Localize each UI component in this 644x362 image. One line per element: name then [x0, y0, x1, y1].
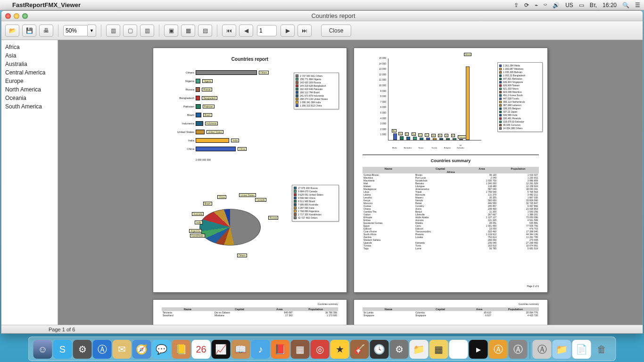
app-icon[interactable]: Ⓐ [489, 340, 508, 359]
activity-icon[interactable]: 📈 [212, 340, 231, 359]
lang-indicator[interactable]: US [565, 2, 573, 8]
trash-icon[interactable]: 🗑 [592, 340, 611, 359]
layout-3-icon[interactable]: ▤ [198, 25, 212, 37]
layout-2-icon[interactable]: ▦ [181, 25, 195, 37]
clock-icon[interactable]: 🕓 [370, 340, 389, 359]
pie-label: Canada [255, 198, 266, 202]
downloads-icon[interactable]: 📁 [553, 340, 571, 359]
window-zoom-button[interactable] [22, 13, 28, 19]
app-folder-icon[interactable]: Ⓐ [533, 340, 552, 359]
pie-label: Others [237, 254, 247, 257]
dock-separator [530, 342, 530, 359]
window-titlebar[interactable]: Countries report [1, 11, 643, 21]
folder-icon[interactable]: 📁 [410, 340, 429, 359]
wifi-icon[interactable]: ⌔ [544, 2, 547, 8]
zoom-dropdown-icon[interactable]: ▼ [88, 25, 96, 37]
view-sidebar-icon[interactable]: ▥ [106, 25, 120, 37]
bluetooth-icon[interactable]: ⌁ [535, 2, 538, 8]
sidebar-item[interactable]: Europe [4, 77, 55, 85]
status-bar: Page 1 of 6 [1, 325, 643, 333]
mac-menubar: FastReportFMX_Viewer ⇪ ⟳ ⌁ ⌔ 🔊 US ▭ Вт, … [0, 0, 644, 10]
sidebar-item[interactable]: Central America [4, 68, 55, 77]
sidebar-item[interactable]: Africa [4, 43, 55, 51]
viewer-window: Countries report 📂 💾 🖶 ▼ ▥ ▢ ▥ ▣ ▦ ▤ ⏮ ◀… [1, 10, 643, 334]
save-icon[interactable]: 💾 [22, 25, 36, 37]
zoom-input[interactable] [63, 25, 88, 36]
summary-table: NameCapitalAreaPopulationAfricaGuinea-Bi… [363, 167, 539, 250]
chrome-icon[interactable]: ◯ [449, 340, 468, 359]
calendar-icon[interactable]: 26 [192, 340, 211, 359]
report-viewport[interactable]: Countries report OthersOthersNigeriaNige… [58, 40, 643, 333]
open-icon[interactable]: 📂 [5, 25, 19, 37]
app-icon[interactable]: ◎ [311, 340, 330, 359]
skype-icon[interactable]: S [53, 340, 72, 359]
app-icon[interactable]: Ⓐ [509, 340, 528, 359]
pie-label: Australia [192, 212, 204, 216]
pie-label: Brazil [203, 202, 212, 206]
view-double-icon[interactable]: ▥ [140, 25, 154, 37]
pie-legend: 17 075 200 Russia9 984 670 Canada9 629 0… [292, 185, 339, 222]
view-single-icon[interactable]: ▢ [123, 25, 137, 37]
notifications-icon[interactable]: ☰ [635, 2, 640, 8]
pie-label: Russia [268, 216, 278, 220]
imovie-icon[interactable]: ★ [330, 340, 349, 359]
pie-label: Argentina [189, 229, 202, 233]
sidebar-item[interactable]: Oceania [4, 94, 55, 102]
last-page-icon[interactable]: ⏭ [297, 25, 312, 37]
layout-1-icon[interactable]: ▣ [164, 25, 178, 37]
html-doc-icon[interactable]: 📄 [572, 340, 591, 359]
settings-icon[interactable]: ⚙ [73, 340, 92, 359]
vbar-yaxis: 15 00014 00013 00012 00011 00010 0009 00… [373, 57, 387, 141]
page-number-input[interactable] [257, 25, 277, 36]
vbar-plot: MaBaSiNaKoTuNeBeJaElComorosOthers [388, 58, 481, 140]
sidebar-item[interactable]: Australia [4, 60, 55, 68]
contacts-icon[interactable]: 📒 [172, 340, 191, 359]
status-text: Page 1 of 6 [49, 327, 75, 332]
close-button[interactable]: Close [321, 25, 351, 37]
report-title: Countries report [153, 57, 347, 62]
volume-icon[interactable]: 🔊 [553, 2, 560, 8]
vbar-legend: 1 261,184 Malta1 183,687 Maldives1 035,3… [497, 62, 543, 132]
clock-day: Вт, [590, 2, 597, 8]
zoom-control[interactable]: ▼ [63, 25, 96, 37]
dock[interactable]: ☺ S ⚙ Ⓐ ✉ 🧭 💬 📒 26 📈 📖 ♪ 📕 ▦ ◎ ★ 🎸 🕓 ⚙ 📁… [28, 337, 616, 361]
summary-subtitle: Countries summary [153, 300, 347, 306]
garageband-icon[interactable]: 🎸 [350, 340, 369, 359]
window-close-button[interactable] [5, 13, 11, 19]
hbar-legend: 2 737 943 661 Others158 771 884 Nigeria1… [294, 73, 339, 109]
report-page-2: 15 00014 00013 00012 00011 00010 0009 00… [354, 48, 548, 293]
print-icon[interactable]: 🖶 [39, 25, 53, 37]
outline-sidebar: Africa Asia Australia Central America Eu… [1, 40, 58, 333]
sidebar-item[interactable]: North America [4, 85, 55, 94]
report-page-1: Countries report OthersOthersNigeriaNige… [153, 48, 347, 293]
app-icon[interactable]: ▦ [291, 340, 310, 359]
prev-page-icon[interactable]: ◀ [239, 25, 253, 37]
appstore-icon[interactable]: Ⓐ [93, 340, 112, 359]
pie-label: India [195, 221, 203, 224]
spotlight-icon[interactable]: 🔍 [622, 2, 629, 8]
mail-icon[interactable]: ✉ [113, 340, 132, 359]
itunes-icon[interactable]: ♪ [251, 340, 270, 359]
safari-icon[interactable]: 🧭 [132, 340, 151, 359]
next-page-icon[interactable]: ▶ [281, 25, 295, 37]
window-minimize-button[interactable] [14, 13, 19, 19]
sidebar-item[interactable]: Asia [4, 51, 55, 60]
main-area: Africa Asia Australia Central America Eu… [1, 40, 643, 333]
dropbox-icon[interactable]: ⇪ [514, 2, 519, 8]
timemachine-icon[interactable]: ⟳ [524, 2, 529, 8]
sidebar-item[interactable]: South America [4, 102, 55, 111]
prefs-icon[interactable]: ⚙ [390, 340, 409, 359]
summary-title: Countries summary [354, 158, 547, 163]
ibooks-icon[interactable]: 📕 [271, 340, 290, 359]
finder-icon[interactable]: ☺ [33, 340, 52, 359]
pie-label: Kazakhstan [190, 234, 205, 238]
summary-table-p4: NameCapitalAreaPopulationSri LankaColomb… [363, 307, 539, 317]
first-page-icon[interactable]: ⏮ [222, 25, 236, 37]
terminal-icon[interactable]: ▸ [469, 340, 488, 359]
app-name: FastReportFMX_Viewer [12, 1, 81, 8]
dictionary-icon[interactable]: 📖 [231, 340, 250, 359]
clock-time: 16:20 [603, 2, 617, 8]
battery-icon[interactable]: ▭ [579, 2, 584, 8]
messages-icon[interactable]: 💬 [152, 340, 171, 359]
app-icon[interactable]: ▦ [429, 340, 448, 359]
